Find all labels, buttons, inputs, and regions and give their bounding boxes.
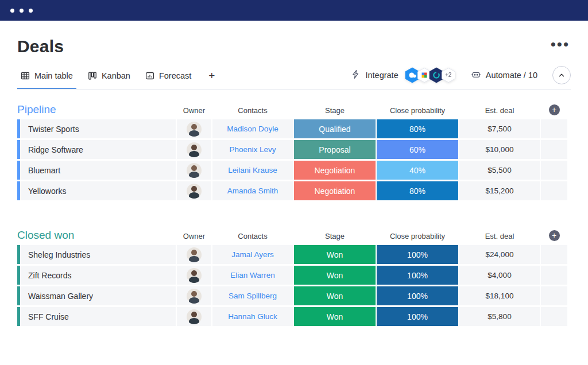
board-group: Pipeline Owner Contacts Stage Close prob… bbox=[17, 103, 571, 200]
contact-link[interactable]: Jamal Ayers bbox=[212, 245, 293, 264]
group-rows: Sheleg Industries Jamal Ayers Won 100% $… bbox=[17, 245, 571, 326]
empty-cell bbox=[541, 140, 567, 159]
window-dot bbox=[20, 9, 24, 13]
stage-cell[interactable]: Qualified bbox=[294, 119, 376, 138]
stage-cell[interactable]: Negotiation bbox=[294, 181, 376, 200]
est-deal-cell[interactable]: $4,000 bbox=[459, 266, 540, 285]
contact-link[interactable]: Sam Spillberg bbox=[212, 286, 293, 305]
table-row: Twister Sports Madison Doyle Qualified 8… bbox=[17, 119, 570, 138]
owner-cell[interactable] bbox=[177, 119, 211, 138]
group-title[interactable]: Closed won bbox=[17, 229, 176, 242]
column-header[interactable]: Close probability bbox=[377, 232, 458, 242]
deal-name-cell[interactable]: Waissman Gallery bbox=[17, 286, 176, 305]
est-deal-cell[interactable]: $15,200 bbox=[459, 181, 540, 200]
owner-cell[interactable] bbox=[177, 161, 211, 180]
contact-link[interactable]: Elian Warren bbox=[212, 266, 293, 285]
column-header[interactable]: Stage bbox=[294, 232, 376, 242]
close-probability-cell[interactable]: 100% bbox=[377, 286, 458, 305]
integrate-button[interactable]: Integrate +2 bbox=[351, 67, 455, 84]
est-deal-cell[interactable]: $5,500 bbox=[459, 161, 540, 180]
column-header[interactable]: Stage bbox=[294, 106, 376, 116]
empty-cell bbox=[541, 286, 567, 305]
deal-name-cell[interactable]: Yelloworks bbox=[17, 181, 176, 200]
window-controls bbox=[10, 9, 33, 13]
avatar bbox=[187, 184, 202, 199]
contact-link[interactable]: Amanda Smith bbox=[212, 181, 293, 200]
table-row: Yelloworks Amanda Smith Negotiation 80% … bbox=[17, 181, 570, 200]
stage-cell[interactable]: Proposal bbox=[294, 140, 376, 159]
deal-name-cell[interactable]: Ridge Software bbox=[17, 140, 176, 159]
view-tab[interactable]: Main table bbox=[17, 65, 76, 89]
robot-icon bbox=[471, 69, 481, 81]
empty-cell bbox=[541, 161, 567, 180]
column-header[interactable]: Est. deal bbox=[459, 106, 540, 116]
table-grid-icon bbox=[21, 71, 30, 80]
column-header[interactable]: Owner bbox=[177, 106, 211, 116]
empty-cell bbox=[541, 245, 567, 264]
owner-cell[interactable] bbox=[177, 140, 211, 159]
avatar bbox=[187, 142, 202, 157]
view-tab[interactable]: Kanban bbox=[84, 65, 134, 89]
board-menu-button[interactable]: ••• bbox=[550, 37, 571, 52]
page-title: Deals bbox=[17, 37, 64, 56]
close-probability-cell[interactable]: 80% bbox=[377, 181, 458, 200]
add-column-button[interactable]: + bbox=[549, 230, 560, 241]
contact-link[interactable]: Phoenix Levy bbox=[212, 140, 293, 159]
more-apps-badge: +2 bbox=[441, 67, 456, 83]
column-header[interactable]: Contacts bbox=[212, 232, 293, 242]
add-view-button[interactable]: + bbox=[203, 66, 220, 89]
stage-cell[interactable]: Won bbox=[294, 286, 376, 305]
contact-link[interactable]: Madison Doyle bbox=[212, 119, 293, 138]
view-tab[interactable]: Forecast bbox=[142, 65, 195, 89]
est-deal-cell[interactable]: $10,000 bbox=[459, 140, 540, 159]
owner-cell[interactable] bbox=[177, 266, 211, 285]
est-deal-cell[interactable]: $5,800 bbox=[459, 307, 540, 326]
owner-cell[interactable] bbox=[177, 307, 211, 326]
column-header[interactable]: Contacts bbox=[212, 106, 293, 116]
add-column-button[interactable]: + bbox=[549, 104, 560, 115]
automate-button[interactable]: Automate / 10 bbox=[471, 69, 537, 81]
empty-cell bbox=[541, 181, 567, 200]
est-deal-cell[interactable]: $24,000 bbox=[459, 245, 540, 264]
stage-cell[interactable]: Won bbox=[294, 307, 376, 326]
table-row: SFF Cruise Hannah Gluck Won 100% $5,800 bbox=[17, 307, 570, 326]
group-rows: Twister Sports Madison Doyle Qualified 8… bbox=[17, 119, 571, 200]
deal-name-cell[interactable]: Zift Records bbox=[17, 266, 176, 285]
deal-name-cell[interactable]: Twister Sports bbox=[17, 119, 176, 138]
stage-cell[interactable]: Won bbox=[294, 266, 376, 285]
close-probability-cell[interactable]: 40% bbox=[377, 161, 458, 180]
column-header[interactable]: Owner bbox=[177, 232, 211, 242]
view-tabbar: Main table Kanban Forecast + Integrate bbox=[17, 65, 571, 90]
close-probability-cell[interactable]: 80% bbox=[377, 119, 458, 138]
est-deal-cell[interactable]: $7,500 bbox=[459, 119, 540, 138]
close-probability-cell[interactable]: 100% bbox=[377, 245, 458, 264]
automate-label: Automate / 10 bbox=[486, 71, 537, 80]
integrate-label: Integrate bbox=[365, 71, 398, 80]
empty-cell bbox=[541, 307, 567, 326]
contact-link[interactable]: Hannah Gluck bbox=[212, 307, 293, 326]
column-header[interactable]: Est. deal bbox=[459, 232, 540, 242]
owner-cell[interactable] bbox=[177, 181, 211, 200]
owner-cell[interactable] bbox=[177, 245, 211, 264]
deal-name-cell[interactable]: SFF Cruise bbox=[17, 307, 176, 326]
deal-name-cell[interactable]: Sheleg Industries bbox=[17, 245, 176, 264]
deal-name-cell[interactable]: Bluemart bbox=[17, 161, 176, 180]
integration-app-icons[interactable]: +2 bbox=[404, 67, 456, 84]
collapse-toolbar-button[interactable] bbox=[552, 66, 571, 84]
board-toolbar: Integrate +2 bbox=[351, 66, 571, 89]
close-probability-cell[interactable]: 100% bbox=[377, 307, 458, 326]
table-row: Bluemart Leilani Krause Negotiation 40% … bbox=[17, 161, 570, 180]
kanban-icon bbox=[88, 71, 97, 80]
close-probability-cell[interactable]: 60% bbox=[377, 140, 458, 159]
integrate-icon bbox=[351, 69, 361, 81]
stage-cell[interactable]: Negotiation bbox=[294, 161, 376, 180]
group-title[interactable]: Pipeline bbox=[17, 103, 176, 116]
stage-cell[interactable]: Won bbox=[294, 245, 376, 264]
est-deal-cell[interactable]: $18,100 bbox=[459, 286, 540, 305]
close-probability-cell[interactable]: 100% bbox=[377, 266, 458, 285]
forecast-chart-icon bbox=[145, 71, 154, 80]
contact-link[interactable]: Leilani Krause bbox=[212, 161, 293, 180]
avatar bbox=[187, 268, 202, 283]
column-header[interactable]: Close probability bbox=[377, 106, 458, 116]
owner-cell[interactable] bbox=[177, 286, 211, 305]
